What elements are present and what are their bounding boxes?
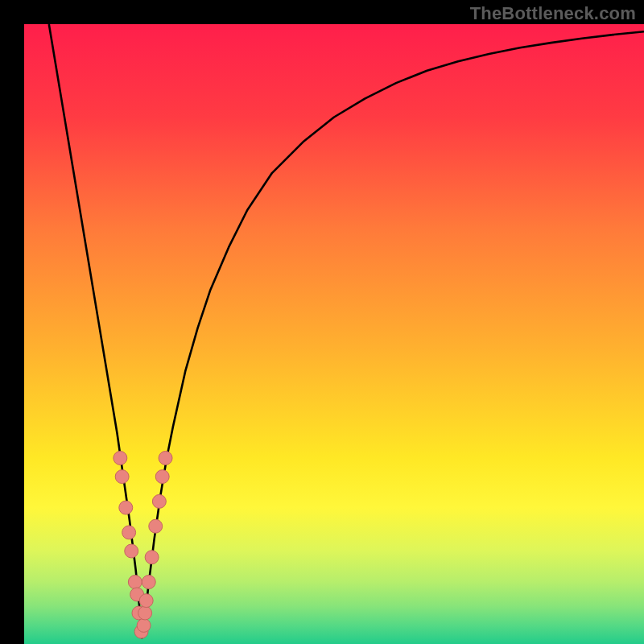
data-marker: [142, 576, 155, 589]
data-marker: [149, 519, 163, 533]
data-marker: [137, 618, 151, 632]
data-marker: [155, 470, 169, 484]
bottleneck-chart: [24, 24, 644, 644]
data-marker: [145, 551, 159, 564]
data-marker: [115, 470, 129, 484]
data-marker: [122, 526, 136, 539]
data-marker: [119, 501, 133, 514]
watermark-label: TheBottleneck.com: [470, 3, 636, 24]
data-marker: [152, 494, 166, 508]
data-marker: [138, 606, 152, 620]
data-marker: [125, 544, 138, 558]
chart-frame: TheBottleneck.com: [0, 0, 644, 644]
data-marker: [128, 576, 142, 589]
data-marker: [159, 452, 172, 465]
data-marker: [139, 594, 153, 608]
data-marker: [114, 452, 127, 465]
plot-area: [24, 24, 644, 644]
